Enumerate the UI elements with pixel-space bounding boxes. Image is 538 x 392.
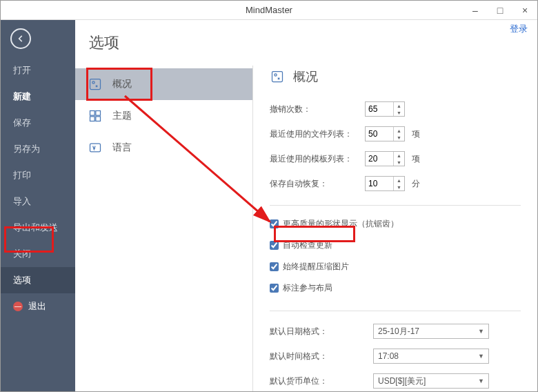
- recent-files-label: 最近使用的文件列表：: [270, 128, 365, 140]
- recent-templates-unit: 项: [412, 153, 420, 165]
- sidebar-item-export[interactable]: 导出和发送: [1, 215, 75, 241]
- overview-icon: [270, 69, 285, 84]
- theme-icon: [88, 108, 103, 124]
- svg-point-8: [275, 74, 277, 76]
- svg-rect-2: [90, 111, 95, 116]
- spin-up-icon[interactable]: ▲: [394, 102, 404, 109]
- recent-files-unit: 项: [412, 128, 420, 140]
- category-overview[interactable]: 概况: [75, 68, 252, 100]
- currency-select[interactable]: USD[$][美元] ▼: [373, 373, 489, 389]
- date-format-label: 默认日期格式：: [270, 326, 373, 337]
- chk-update[interactable]: [270, 241, 279, 250]
- category-theme[interactable]: 主题: [75, 100, 252, 132]
- title-bar: MindMaster – □ ×: [1, 1, 537, 20]
- time-format-value: 17:08: [378, 351, 399, 361]
- chk-row-update: 自动检查更新: [270, 239, 521, 251]
- svg-rect-5: [96, 117, 101, 121]
- sidebar-item-label: 退出: [28, 300, 46, 313]
- back-arrow-icon: [16, 34, 26, 43]
- recent-templates-label: 最近使用的模板列表：: [270, 153, 365, 165]
- category-language[interactable]: 语言: [75, 132, 252, 164]
- chk-hq-label: 更高质量的形状显示（抗锯齿）: [283, 218, 399, 230]
- recent-templates-spinner[interactable]: ▲▼: [365, 151, 405, 166]
- checkbox-group: 更高质量的形状显示（抗锯齿） 自动检查更新 始终提醒压缩图片 标注参与布局: [270, 205, 521, 294]
- defaults-group: 默认日期格式： 25-10月-17 ▼ 默认时间格式： 17:08 ▼: [270, 311, 521, 389]
- sidebar-item-options[interactable]: 选项: [1, 267, 75, 293]
- sidebar-item-exit[interactable]: — 退出: [1, 293, 75, 320]
- row-date-format: 默认日期格式： 25-10月-17 ▼: [270, 324, 521, 339]
- svg-rect-7: [272, 72, 283, 82]
- row-recent-templates: 最近使用的模板列表： ▲▼ 项: [270, 151, 521, 166]
- row-undo: 撤销次数： ▲▼: [270, 101, 521, 117]
- spin-up-icon[interactable]: ▲: [394, 127, 404, 134]
- time-format-label: 默认时间格式：: [270, 351, 373, 362]
- chk-hq[interactable]: [270, 219, 279, 228]
- chk-compress-label: 始终提醒压缩图片: [283, 261, 349, 273]
- content-body: 概况 主题 语言: [75, 66, 537, 392]
- chevron-down-icon: ▼: [478, 378, 484, 384]
- spin-down-icon[interactable]: ▼: [394, 184, 404, 190]
- row-autosave: 保存自动恢复： ▲▼ 分: [270, 176, 521, 191]
- recent-files-input[interactable]: [366, 127, 393, 141]
- content: 选项 概况 主题: [75, 20, 537, 391]
- sidebar-item-print[interactable]: 打印: [1, 162, 75, 188]
- chk-row-layout: 标注参与布局: [270, 282, 521, 294]
- undo-label: 撤销次数：: [270, 104, 365, 115]
- close-button[interactable]: ×: [512, 1, 537, 20]
- undo-input[interactable]: [366, 102, 393, 116]
- category-label: 语言: [112, 141, 132, 154]
- window-controls: – □ ×: [463, 1, 537, 20]
- svg-rect-0: [90, 79, 101, 90]
- date-format-select[interactable]: 25-10月-17 ▼: [373, 324, 489, 339]
- recent-files-spinner[interactable]: ▲▼: [365, 126, 405, 141]
- back-button[interactable]: [10, 28, 31, 49]
- settings-panel: 概况 撤销次数： ▲▼ 最近使用的文件列表： ▲▼ 项: [253, 66, 537, 392]
- settings-header: 概况: [270, 68, 521, 85]
- autosave-unit: 分: [412, 178, 420, 190]
- window-title: MindMaster: [246, 5, 292, 15]
- sidebar-item-import[interactable]: 导入: [1, 188, 75, 215]
- exit-icon: —: [13, 302, 23, 311]
- currency-label: 默认货币单位：: [270, 375, 373, 387]
- svg-rect-6: [90, 144, 101, 152]
- main-area: 打开 新建 保存 另存为 打印 导入 导出和发送 关闭 选项 — 退出 选项 概…: [1, 20, 537, 391]
- spin-down-icon[interactable]: ▼: [394, 159, 404, 166]
- sidebar-item-open[interactable]: 打开: [1, 57, 75, 84]
- autosave-label: 保存自动恢复：: [270, 178, 365, 190]
- row-currency: 默认货币单位： USD[$][美元] ▼: [270, 373, 521, 389]
- chk-compress[interactable]: [270, 262, 279, 271]
- category-label: 概况: [112, 78, 132, 90]
- spin-down-icon[interactable]: ▼: [394, 134, 404, 141]
- category-label: 主题: [112, 110, 132, 122]
- sidebar-item-new[interactable]: 新建: [1, 84, 75, 110]
- spin-up-icon[interactable]: ▲: [394, 152, 404, 159]
- category-list: 概况 主题 语言: [75, 66, 253, 392]
- svg-rect-4: [90, 117, 95, 121]
- date-format-value: 25-10月-17: [378, 326, 419, 337]
- time-format-select[interactable]: 17:08 ▼: [373, 349, 489, 364]
- recent-templates-input[interactable]: [366, 152, 393, 166]
- sidebar-item-close[interactable]: 关闭: [1, 241, 75, 267]
- chk-row-hq: 更高质量的形状显示（抗锯齿）: [270, 218, 521, 230]
- spin-down-icon[interactable]: ▼: [394, 109, 404, 116]
- sidebar-item-save[interactable]: 保存: [1, 110, 75, 136]
- language-icon: [88, 140, 103, 155]
- chk-layout[interactable]: [270, 284, 279, 293]
- overview-icon: [88, 77, 103, 92]
- minimize-button[interactable]: –: [463, 1, 488, 20]
- settings-header-title: 概况: [293, 68, 318, 85]
- chevron-down-icon: ▼: [478, 328, 484, 335]
- autosave-input[interactable]: [366, 177, 393, 190]
- undo-spinner[interactable]: ▲▼: [365, 101, 405, 117]
- chevron-down-icon: ▼: [478, 353, 484, 360]
- svg-point-1: [92, 81, 94, 84]
- autosave-spinner[interactable]: ▲▼: [365, 176, 405, 191]
- sidebar: 打开 新建 保存 另存为 打印 导入 导出和发送 关闭 选项 — 退出: [1, 20, 75, 391]
- spin-up-icon[interactable]: ▲: [394, 177, 404, 184]
- page-title: 选项: [75, 32, 537, 53]
- svg-rect-3: [96, 111, 101, 116]
- chk-update-label: 自动检查更新: [283, 239, 332, 251]
- currency-value: USD[$][美元]: [378, 375, 426, 387]
- maximize-button[interactable]: □: [488, 1, 512, 20]
- sidebar-item-saveas[interactable]: 另存为: [1, 136, 75, 162]
